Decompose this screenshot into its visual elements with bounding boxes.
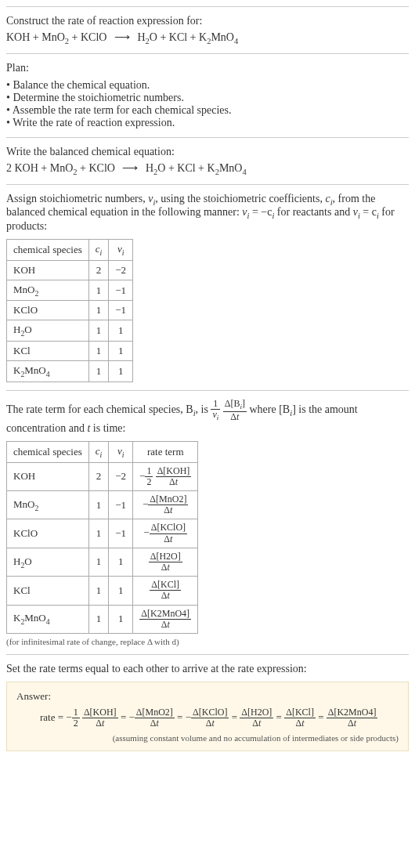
eq-rhs: H2O + KCl + K2MnO4 xyxy=(137,31,238,43)
prompt-text: Construct the rate of reaction expressio… xyxy=(6,15,409,27)
balanced-section: Write the balanced chemical equation: 2 … xyxy=(6,137,409,184)
plan-section: Plan: Balance the chemical equation. Det… xyxy=(6,53,409,137)
assumption-note: (assuming constant volume and no accumul… xyxy=(16,733,399,743)
rateexpr-heading: Set the rate terms equal to each other t… xyxy=(6,663,409,675)
balanced-heading: Write the balanced chemical equation: xyxy=(6,146,409,158)
rateterm-cell: Δ[K2MnO4]Δt xyxy=(133,605,198,633)
stoich-section: Assign stoichiometric numbers, νi, using… xyxy=(6,184,409,390)
table-row: H2O11 xyxy=(7,320,133,342)
rateexpr-section: Set the rate terms equal to each other t… xyxy=(6,654,409,759)
table-row: KCl11 Δ[KCl]Δt xyxy=(7,577,198,605)
plan-item: Assemble the rate term for each chemical… xyxy=(6,104,409,117)
plan-list: Balance the chemical equation. Determine… xyxy=(6,79,409,129)
table-row: H2O11 Δ[H2O]Δt xyxy=(7,548,198,576)
rate-expression: rate = −12 Δ[KOH]Δt = −Δ[MnO2]Δt = −Δ[KC… xyxy=(16,707,399,729)
col-rateterm: rate term xyxy=(133,442,198,463)
plan-heading: Plan: xyxy=(6,62,409,74)
col-nui: νi xyxy=(109,240,133,261)
species-cell: H2O xyxy=(7,320,89,342)
rateterm-cell: Δ[H2O]Δt xyxy=(133,548,198,576)
table-row: KCl11 xyxy=(7,341,133,360)
reaction-arrow-icon: ⟶ xyxy=(110,31,135,44)
col-ci: ci xyxy=(88,240,109,261)
col-species: chemical species xyxy=(7,240,89,261)
delta-note: (for infinitesimal rate of change, repla… xyxy=(6,637,409,646)
table-header-row: chemical species ci νi xyxy=(7,240,133,261)
rateterm-section: The rate term for each chemical species,… xyxy=(6,390,409,654)
rateterm-table: chemical species ci νi rate term KOH2−2 … xyxy=(6,441,198,634)
reaction-arrow-icon: ⟶ xyxy=(117,161,143,175)
rateterm-cell: −12 Δ[KOH]Δt xyxy=(133,462,198,490)
prompt-section: Construct the rate of reaction expressio… xyxy=(6,6,409,53)
species-cell: KClO xyxy=(7,301,89,320)
col-species: chemical species xyxy=(7,442,89,463)
plan-item: Determine the stoichiometric numbers. xyxy=(6,92,409,104)
rateterm-text: The rate term for each chemical species,… xyxy=(6,399,409,435)
table-row: KOH2−2 xyxy=(7,260,133,280)
table-row: K2MnO411 xyxy=(7,360,133,382)
table-row: K2MnO411 Δ[K2MnO4]Δt xyxy=(7,605,198,633)
col-ci: ci xyxy=(88,442,109,463)
table-row: KOH2−2 −12 Δ[KOH]Δt xyxy=(7,462,198,490)
balanced-equation: 2 KOH + MnO2 + KClO ⟶ H2O + KCl + K2MnO4 xyxy=(6,161,409,176)
dBi-over-dt: Δ[Bi]Δt xyxy=(223,399,247,422)
species-cell: K2MnO4 xyxy=(7,360,89,382)
plan-item: Write the rate of reaction expression. xyxy=(6,117,409,129)
answer-label: Answer: xyxy=(16,690,399,703)
species-cell: MnO2 xyxy=(7,280,89,301)
rateterm-cell: −Δ[MnO2]Δt xyxy=(133,491,198,519)
species-cell: KCl xyxy=(7,341,89,360)
stoich-table: chemical species ci νi KOH2−2 MnO21−1 KC… xyxy=(6,239,133,382)
unbalanced-equation: KOH + MnO2 + KClO ⟶ H2O + KCl + K2MnO4 xyxy=(6,31,409,45)
one-over-nu: 1νi xyxy=(211,399,220,422)
plan-item: Balance the chemical equation. xyxy=(6,79,409,92)
answer-box: Answer: rate = −12 Δ[KOH]Δt = −Δ[MnO2]Δt… xyxy=(6,682,409,751)
table-row: MnO21−1 −Δ[MnO2]Δt xyxy=(7,491,198,519)
table-row: MnO21−1 xyxy=(7,280,133,301)
eq-lhs: KOH + MnO2 + KClO xyxy=(6,31,110,43)
table-row: KClO1−1 xyxy=(7,301,133,320)
stoich-text: Assign stoichiometric numbers, νi, using… xyxy=(6,193,409,233)
rateterm-cell: −Δ[KClO]Δt xyxy=(133,519,198,548)
table-row: KClO1−1 −Δ[KClO]Δt xyxy=(7,519,198,548)
col-nui: νi xyxy=(109,442,133,463)
species-cell: KOH xyxy=(7,260,89,280)
table-header-row: chemical species ci νi rate term xyxy=(7,442,198,463)
rateterm-cell: Δ[KCl]Δt xyxy=(133,577,198,605)
